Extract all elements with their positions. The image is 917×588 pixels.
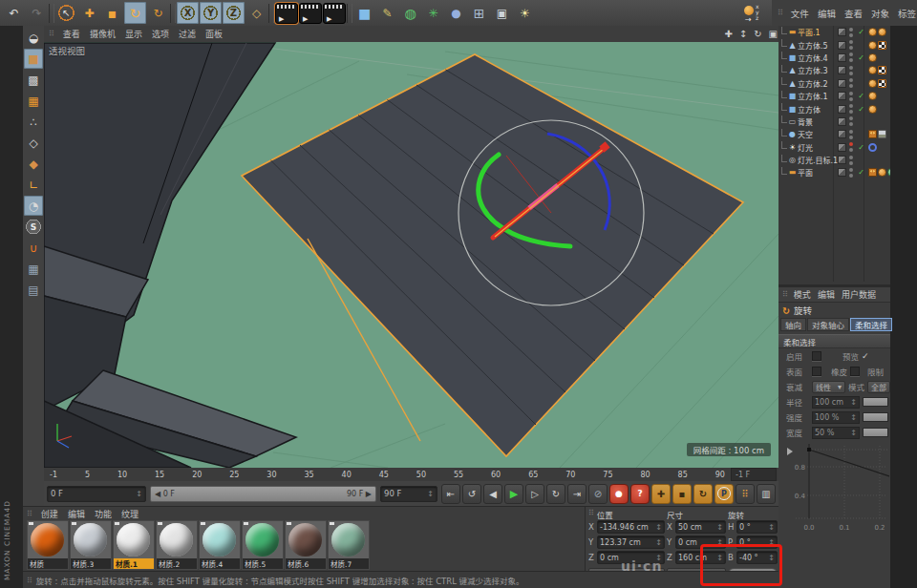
key-scale-button[interactable]: ▪	[672, 484, 692, 504]
viewport-menu-item[interactable]: 面板	[205, 28, 223, 40]
goto-end-button[interactable]: ⇥	[567, 484, 586, 504]
visibility-dots-icon[interactable]	[848, 78, 854, 88]
panel-grip-icon[interactable]: ⠿	[782, 290, 787, 299]
material-name-label[interactable]: 材质.6	[286, 558, 326, 569]
object-type-icon[interactable]: ☀	[787, 143, 798, 152]
material-name-label[interactable]: 材质.7	[329, 558, 369, 569]
rotate-tool[interactable]: ↻	[124, 2, 146, 24]
model-mode-button[interactable]: ■	[24, 49, 43, 69]
material-name-label[interactable]: 材质.2	[157, 558, 197, 569]
stepper-icon[interactable]: ↕	[768, 523, 775, 532]
preview-range-field[interactable]: -1 F	[731, 468, 777, 481]
toggle-view-icon[interactable]: ▣	[769, 29, 778, 39]
layer-chip-icon[interactable]	[838, 168, 846, 177]
object-type-icon[interactable]: ■	[787, 92, 798, 100]
visibility-dots-icon[interactable]	[848, 130, 854, 139]
viewport-menu-item[interactable]: 过滤	[179, 28, 196, 40]
stepper-icon[interactable]: ↕	[850, 429, 857, 437]
key-position-button[interactable]: ✚	[651, 484, 671, 504]
object-name[interactable]: 立方体.3	[798, 65, 838, 75]
texture-mode-button[interactable]: ▩	[24, 70, 43, 90]
object-name[interactable]: 背景	[798, 116, 838, 127]
object-name[interactable]: 灯光	[798, 142, 838, 153]
material-name-label[interactable]: 材质.3	[71, 558, 111, 569]
layer-chip-icon[interactable]	[838, 53, 846, 62]
axis-mode-button[interactable]: ∟	[24, 175, 43, 195]
material-menu-item[interactable]: 创建	[41, 508, 58, 520]
object-type-icon[interactable]: ■	[787, 105, 798, 114]
add-camera-button[interactable]: ▣	[491, 2, 513, 24]
pan-view-icon[interactable]: ✚	[724, 29, 732, 39]
play-button[interactable]: ▶	[504, 484, 523, 504]
object-tag-icon[interactable]	[887, 168, 890, 177]
object-name[interactable]: 灯光.目标.1	[798, 155, 838, 165]
object-tag-icon[interactable]	[868, 92, 877, 100]
enabled-check-icon[interactable]: ✓	[856, 28, 866, 36]
attribute-menu-item[interactable]: 编辑	[818, 288, 835, 301]
object-row[interactable]: ◎ 灯光.目标.1	[778, 154, 890, 166]
object-name[interactable]: 平面	[798, 167, 838, 178]
material-name-label[interactable]: 材质.4	[200, 558, 240, 569]
stepper-icon[interactable]: ↕	[850, 398, 857, 407]
key-rotation-button[interactable]: ↻	[693, 484, 713, 504]
live-selection-tool[interactable]: ↖	[55, 2, 77, 24]
object-type-icon[interactable]: ▲	[787, 66, 798, 74]
object-name[interactable]: 立方体.4	[798, 52, 838, 63]
panel-grip-icon[interactable]: ⠿	[27, 577, 32, 585]
object-row[interactable]: ▲ 立方体.2	[778, 77, 890, 90]
falloff-curve-graph[interactable]: 0.8 0.4 0.0 0.1 0.2	[784, 442, 889, 534]
enabled-check-icon[interactable]: ✓	[856, 92, 866, 100]
render-picture-viewer-button[interactable]	[299, 3, 322, 24]
scale-tool[interactable]: ▪	[101, 2, 123, 24]
stepper-icon[interactable]: ↕	[850, 413, 857, 422]
visibility-dots-icon[interactable]	[848, 40, 854, 50]
object-row[interactable]: ▬ 平面 ✓	[778, 166, 890, 178]
add-spline-pen-button[interactable]: ✎	[376, 2, 398, 24]
object-type-icon[interactable]: ▬	[787, 168, 798, 177]
object-row[interactable]: ▲ 立方体.3	[778, 64, 890, 76]
rotation-h-field[interactable]: 0 °↕	[736, 520, 778, 534]
visibility-dots-icon[interactable]	[848, 142, 854, 152]
object-name[interactable]: 立方体.2	[798, 78, 838, 89]
object-type-icon[interactable]: ▲	[787, 41, 798, 50]
object-row[interactable]: ■ 立方体.1 ✓	[778, 90, 890, 102]
radius-slider[interactable]	[863, 397, 888, 407]
menu-item[interactable]: 标签	[898, 7, 916, 20]
eraser-checkbox[interactable]	[850, 367, 860, 376]
add-primitive-cube-button[interactable]: ■	[353, 2, 375, 24]
panel-grip-icon[interactable]: ⠿	[49, 30, 53, 38]
object-tag-icon[interactable]	[868, 79, 877, 88]
record-disabled-button[interactable]: ⊘	[588, 484, 608, 504]
attribute-tab[interactable]: 柔和选择	[850, 318, 892, 331]
visibility-dots-icon[interactable]	[848, 66, 854, 75]
material-item[interactable]: 材质.5	[242, 520, 284, 570]
object-tag-icon[interactable]	[868, 168, 877, 177]
next-frame-button[interactable]: ▷	[525, 484, 544, 504]
timeline-scrollbar[interactable]: ◀ 0 F 90 F ▶	[150, 486, 376, 502]
add-metaball-button[interactable]: ●	[445, 2, 467, 24]
panel-grip-icon[interactable]: ⠿	[27, 510, 32, 518]
visibility-dots-icon[interactable]	[848, 116, 854, 126]
menu-item[interactable]: 对象	[871, 7, 889, 20]
zoom-view-icon[interactable]: ↕	[739, 29, 747, 39]
object-row[interactable]: ☀ 灯光 ✓	[778, 141, 890, 154]
undo-button[interactable]: ↶	[3, 2, 25, 24]
viewport-3d-canvas[interactable]: 透视视图 网格间距 : 100 cm	[44, 42, 778, 468]
move-tool[interactable]: ✚	[78, 2, 100, 24]
menu-item[interactable]: 编辑	[818, 7, 836, 20]
object-tag-icon[interactable]	[868, 66, 877, 74]
visibility-dots-icon[interactable]	[848, 104, 854, 114]
points-mode-button[interactable]: ∴	[24, 112, 43, 132]
object-row[interactable]: ▭ 背景	[778, 116, 890, 128]
end-frame-field[interactable]: 90 F ↕	[380, 486, 437, 502]
add-light-button[interactable]: ☀	[514, 2, 536, 24]
stepper-icon[interactable]: ↕	[655, 523, 662, 532]
object-name[interactable]: 立方体.1	[798, 91, 838, 101]
material-item[interactable]: 材质.4	[199, 520, 241, 570]
visibility-dots-icon[interactable]	[848, 28, 854, 37]
object-row[interactable]: ■ 立方体.4 ✓	[778, 52, 890, 64]
autokey-button[interactable]: ?	[630, 484, 650, 504]
layer-chip-icon[interactable]	[838, 130, 846, 138]
layer-chip-icon[interactable]	[838, 41, 846, 50]
enabled-check-icon[interactable]: ✓	[856, 168, 866, 177]
